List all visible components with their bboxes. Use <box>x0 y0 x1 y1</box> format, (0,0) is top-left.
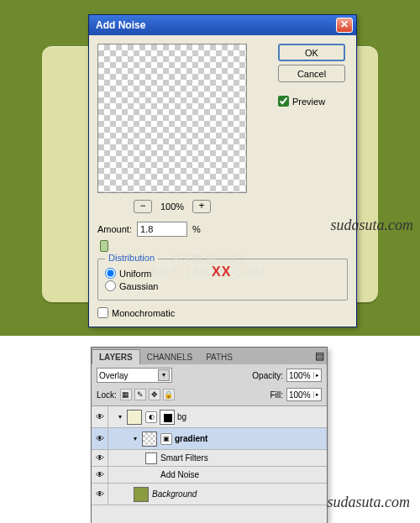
ok-button[interactable]: OK <box>278 44 345 61</box>
lock-fill-row: Lock: ▦ ✎ ✥ 🔒 Fill: 100% ▸ <box>92 386 327 406</box>
monochromatic-row[interactable]: Monochromatic <box>97 307 348 318</box>
visibility-toggle[interactable]: 👁 <box>92 450 108 466</box>
watermark-center: PS教程论坛 BBS.16XX8.COM <box>151 252 266 279</box>
fill-arrow-icon[interactable]: ▸ <box>313 391 319 398</box>
zoom-percent: 100% <box>160 201 184 212</box>
amount-row: Amount: % <box>97 222 348 237</box>
fill-input[interactable]: 100% ▸ <box>286 388 322 401</box>
chevron-down-icon: ▾ <box>158 369 170 381</box>
dialog-titlebar[interactable]: Add Noise ✕ <box>89 15 356 35</box>
tab-channels[interactable]: CHANNELS <box>140 350 199 364</box>
visibility-toggle[interactable]: 👁 <box>92 428 108 449</box>
monochromatic-checkbox[interactable] <box>97 307 108 318</box>
watermark-line1: PS教程论坛 <box>151 252 266 265</box>
distribution-legend: Distribution <box>105 253 158 263</box>
add-noise-dialog: Add Noise ✕ OK Cancel Preview − 100% + A… <box>88 14 357 327</box>
layer-name: gradient <box>175 434 207 443</box>
layer-thumb <box>142 431 157 447</box>
adjustment-icon: ◐ <box>145 411 157 423</box>
gaussian-label: Gaussian <box>119 281 158 291</box>
gaussian-radio[interactable] <box>105 280 116 291</box>
fill-value: 100% <box>289 390 311 400</box>
uniform-radio[interactable] <box>105 268 116 279</box>
amount-slider[interactable] <box>97 240 333 252</box>
panel-menu-button[interactable]: ▤ <box>312 348 327 364</box>
uniform-label: Uniform <box>119 269 152 279</box>
layer-row-gradient[interactable]: 👁 ▾ ▣ gradient <box>92 428 327 450</box>
preview-checkbox-label: Preview <box>292 97 325 107</box>
cancel-button[interactable]: Cancel <box>278 65 345 82</box>
dialog-buttons-col: OK Cancel Preview <box>261 44 345 107</box>
close-button[interactable]: ✕ <box>336 18 353 33</box>
layers-area: LAYERS CHANNELS PATHS ▤ Overlay ▾ Opacit… <box>0 336 420 523</box>
preview-checkbox[interactable] <box>278 96 289 107</box>
empty-layer-slot <box>92 505 327 523</box>
preview-checkbox-row[interactable]: Preview <box>278 96 345 107</box>
lock-position-icon[interactable]: ✥ <box>149 389 160 400</box>
visibility-toggle[interactable]: 👁 <box>92 467 108 483</box>
filter-name: Add Noise <box>160 470 199 479</box>
opacity-arrow-icon[interactable]: ▸ <box>313 372 319 379</box>
tab-layers[interactable]: LAYERS <box>92 349 140 364</box>
watermark-xx: XX <box>212 264 231 280</box>
layer-row-bg-group[interactable]: 👁 ▾ ◐ bg <box>92 406 327 428</box>
watermark-sudasuta-bottom: sudasuta.com <box>328 494 411 511</box>
lock-label: Lock: <box>97 390 117 400</box>
layers-panel: LAYERS CHANNELS PATHS ▤ Overlay ▾ Opacit… <box>91 347 328 523</box>
watermark-line2: BBS.16XX8.COM <box>151 265 266 279</box>
zoom-controls: − 100% + <box>97 200 247 213</box>
layer-row-background[interactable]: 👁 Background <box>92 484 327 505</box>
blend-mode-value: Overlay <box>99 371 128 380</box>
smart-object-icon: ▣ <box>160 433 172 445</box>
layer-thumb <box>127 410 142 425</box>
visibility-toggle[interactable]: 👁 <box>92 406 108 427</box>
gaussian-radio-row[interactable]: Gaussian <box>105 280 340 291</box>
dialog-title: Add Noise <box>96 19 336 31</box>
opacity-input[interactable]: 100% ▸ <box>286 369 322 382</box>
tab-paths[interactable]: PATHS <box>199 350 239 364</box>
dialog-body: OK Cancel Preview − 100% + Amount: % <box>89 35 356 327</box>
blend-mode-dropdown[interactable]: Overlay ▾ <box>97 368 172 383</box>
monochromatic-label: Monochromatic <box>112 308 175 318</box>
amount-unit: % <box>192 224 201 234</box>
layer-thumb <box>134 487 149 502</box>
opacity-value: 100% <box>289 371 311 380</box>
smart-filters-row[interactable]: 👁 Smart Filters <box>92 450 327 467</box>
panel-tabs: LAYERS CHANNELS PATHS ▤ <box>92 348 327 364</box>
lock-all-icon[interactable]: 🔒 <box>163 389 175 400</box>
slider-handle[interactable] <box>100 240 108 252</box>
zoom-in-button[interactable]: + <box>192 200 211 213</box>
layer-name: bg <box>177 412 186 421</box>
filter-mask-thumb <box>145 452 157 464</box>
amount-input[interactable] <box>137 222 187 237</box>
zoom-out-button[interactable]: − <box>134 200 152 213</box>
blend-opacity-row: Overlay ▾ Opacity: 100% ▸ <box>92 364 327 386</box>
layer-name: Background <box>152 489 197 499</box>
lock-icons: ▦ ✎ ✥ 🔒 <box>120 389 175 400</box>
expand-toggle[interactable]: ▾ <box>134 435 142 442</box>
canvas-stage: Add Noise ✕ OK Cancel Preview − 100% + A… <box>0 0 420 336</box>
visibility-toggle[interactable]: 👁 <box>92 484 108 505</box>
opacity-label: Opacity: <box>252 371 283 380</box>
fill-label: Fill: <box>270 390 283 400</box>
noise-preview[interactable] <box>97 44 247 193</box>
smart-filters-label: Smart Filters <box>160 453 208 463</box>
watermark-sudasuta-top: sudasuta.com <box>331 217 414 234</box>
lock-pixels-icon[interactable]: ✎ <box>134 389 146 400</box>
layer-mask-thumb <box>160 410 175 425</box>
filter-addnoise-row[interactable]: 👁 Add Noise <box>92 467 327 484</box>
lock-transparent-icon[interactable]: ▦ <box>120 389 132 400</box>
expand-toggle[interactable]: ▾ <box>118 413 127 421</box>
amount-label: Amount: <box>97 224 132 234</box>
